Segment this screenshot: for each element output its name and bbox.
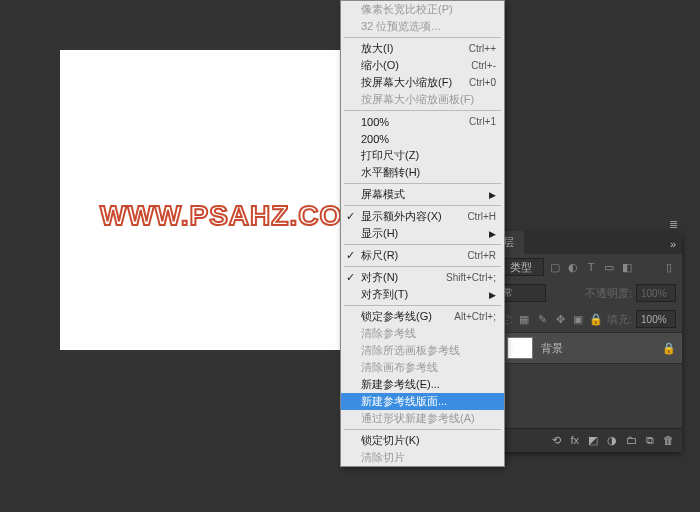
- menu-item-label: 对齐(N): [361, 270, 398, 285]
- new-layer-icon[interactable]: ⧉: [646, 434, 654, 447]
- blend-row: 正常 不透明度: 100%: [482, 280, 682, 306]
- menu-shortcut: Ctrl+1: [469, 116, 496, 127]
- menu-item-label: 像素长宽比校正(P): [361, 2, 453, 17]
- menu-item-label: 锁定参考线(G): [361, 309, 432, 324]
- menu-item-3[interactable]: 放大(I)Ctrl++: [341, 40, 504, 57]
- menu-item-29: 通过形状新建参考线(A): [341, 410, 504, 427]
- menu-item-4[interactable]: 缩小(O)Ctrl+-: [341, 57, 504, 74]
- menu-item-label: 清除切片: [361, 450, 405, 465]
- menu-item-11[interactable]: 水平翻转(H): [341, 164, 504, 181]
- fx-icon[interactable]: fx: [570, 434, 579, 447]
- panel-menu-icon[interactable]: ≣: [669, 218, 678, 231]
- lock-artboard-icon[interactable]: ▣: [571, 313, 585, 326]
- menu-shortcut: Ctrl+R: [467, 250, 496, 261]
- filter-shape-icon[interactable]: ▭: [602, 261, 616, 274]
- menu-shortcut: Ctrl+-: [471, 60, 496, 71]
- menu-item-27[interactable]: 新建参考线(E)...: [341, 376, 504, 393]
- menu-separator: [344, 37, 501, 38]
- opacity-value[interactable]: 100%: [636, 284, 676, 302]
- menu-item-18[interactable]: ✓标尺(R)Ctrl+R: [341, 247, 504, 264]
- menu-item-label: 水平翻转(H): [361, 165, 420, 180]
- filter-smart-icon[interactable]: ◧: [620, 261, 634, 274]
- menu-item-16[interactable]: 显示(H)▶: [341, 225, 504, 242]
- layer-name: 背景: [541, 341, 563, 356]
- menu-item-21[interactable]: 对齐到(T)▶: [341, 286, 504, 303]
- menu-separator: [344, 205, 501, 206]
- menu-item-label: 屏幕模式: [361, 187, 405, 202]
- menu-item-label: 显示(H): [361, 226, 398, 241]
- mask-icon[interactable]: ◩: [588, 434, 598, 447]
- filter-adjust-icon[interactable]: ◐: [566, 261, 580, 274]
- lock-icon[interactable]: 🔒: [662, 342, 676, 355]
- menu-item-5[interactable]: 按屏幕大小缩放(F)Ctrl+0: [341, 74, 504, 91]
- menu-item-label: 通过形状新建参考线(A): [361, 411, 475, 426]
- menu-item-15[interactable]: ✓显示额外内容(X)Ctrl+H: [341, 208, 504, 225]
- watermark-text: WWW.PSAHZ.COM: [100, 200, 367, 232]
- layer-row-background[interactable]: 👁 背景 🔒: [482, 332, 682, 364]
- lock-row: 锁定: ▦ ✎ ✥ ▣ 🔒 填充: 100%: [482, 306, 682, 332]
- fill-value[interactable]: 100%: [636, 310, 676, 328]
- menu-item-label: 新建参考线(E)...: [361, 377, 440, 392]
- layer-thumbnail[interactable]: [507, 337, 533, 359]
- menu-separator: [344, 305, 501, 306]
- group-icon[interactable]: 🗀: [626, 434, 637, 447]
- menu-item-13[interactable]: 屏幕模式▶: [341, 186, 504, 203]
- filter-toggle-icon[interactable]: ▯: [662, 261, 676, 274]
- submenu-arrow-icon: ▶: [489, 290, 496, 300]
- filter-text-icon[interactable]: T: [584, 261, 598, 273]
- menu-item-28[interactable]: 新建参考线版面...: [341, 393, 504, 410]
- menu-item-23[interactable]: 锁定参考线(G)Alt+Ctrl+;: [341, 308, 504, 325]
- menu-item-9[interactable]: 200%: [341, 130, 504, 147]
- fill-label: 填充:: [607, 312, 632, 327]
- menu-shortcut: Ctrl+0: [469, 77, 496, 88]
- check-icon: ✓: [346, 271, 355, 284]
- menu-item-label: 清除参考线: [361, 326, 416, 341]
- view-context-menu: 像素长宽比校正(P)32 位预览选项...放大(I)Ctrl++缩小(O)Ctr…: [340, 0, 505, 467]
- menu-item-label: 放大(I): [361, 41, 393, 56]
- layers-panel: ≣ 图层 » 🔍 类型 ▢ ◐ T ▭ ◧ ▯ 正常 不透明度: 100% 锁定…: [482, 232, 682, 452]
- link-icon[interactable]: ⟲: [552, 434, 561, 447]
- menu-item-label: 清除画布参考线: [361, 360, 438, 375]
- menu-shortcut: Ctrl+H: [467, 211, 496, 222]
- check-icon: ✓: [346, 249, 355, 262]
- menu-item-label: 显示额外内容(X): [361, 209, 442, 224]
- menu-item-32: 清除切片: [341, 449, 504, 466]
- menu-separator: [344, 429, 501, 430]
- filter-image-icon[interactable]: ▢: [548, 261, 562, 274]
- menu-item-label: 打印尺寸(Z): [361, 148, 419, 163]
- menu-item-25: 清除所选画板参考线: [341, 342, 504, 359]
- menu-item-label: 按屏幕大小缩放(F): [361, 75, 452, 90]
- opacity-label: 不透明度:: [585, 286, 632, 301]
- menu-item-label: 200%: [361, 133, 389, 145]
- filter-row: 🔍 类型 ▢ ◐ T ▭ ◧ ▯: [482, 254, 682, 280]
- menu-item-label: 新建参考线版面...: [361, 394, 447, 409]
- submenu-arrow-icon: ▶: [489, 190, 496, 200]
- menu-item-label: 锁定切片(K): [361, 433, 420, 448]
- menu-item-label: 对齐到(T): [361, 287, 408, 302]
- menu-item-31[interactable]: 锁定切片(K): [341, 432, 504, 449]
- menu-shortcut: Ctrl++: [469, 43, 496, 54]
- menu-item-10[interactable]: 打印尺寸(Z): [341, 147, 504, 164]
- menu-item-label: 清除所选画板参考线: [361, 343, 460, 358]
- menu-separator: [344, 183, 501, 184]
- menu-item-6: 按屏幕大小缩放画板(F): [341, 91, 504, 108]
- panel-footer: ⟲ fx ◩ ◑ 🗀 ⧉ 🗑: [482, 428, 682, 452]
- delete-icon[interactable]: 🗑: [663, 434, 674, 447]
- menu-shortcut: Alt+Ctrl+;: [454, 311, 496, 322]
- menu-separator: [344, 110, 501, 111]
- menu-separator: [344, 244, 501, 245]
- layers-empty-area: [482, 364, 682, 428]
- lock-all-icon[interactable]: 🔒: [589, 313, 603, 326]
- menu-item-label: 标尺(R): [361, 248, 398, 263]
- lock-pixels-icon[interactable]: ▦: [517, 313, 531, 326]
- menu-item-26: 清除画布参考线: [341, 359, 504, 376]
- lock-move-icon[interactable]: ✥: [553, 313, 567, 326]
- menu-item-8[interactable]: 100%Ctrl+1: [341, 113, 504, 130]
- adjustment-icon[interactable]: ◑: [607, 434, 617, 447]
- lock-brush-icon[interactable]: ✎: [535, 313, 549, 326]
- panel-collapse-icon[interactable]: »: [664, 234, 682, 254]
- menu-item-20[interactable]: ✓对齐(N)Shift+Ctrl+;: [341, 269, 504, 286]
- menu-item-24: 清除参考线: [341, 325, 504, 342]
- submenu-arrow-icon: ▶: [489, 229, 496, 239]
- check-icon: ✓: [346, 210, 355, 223]
